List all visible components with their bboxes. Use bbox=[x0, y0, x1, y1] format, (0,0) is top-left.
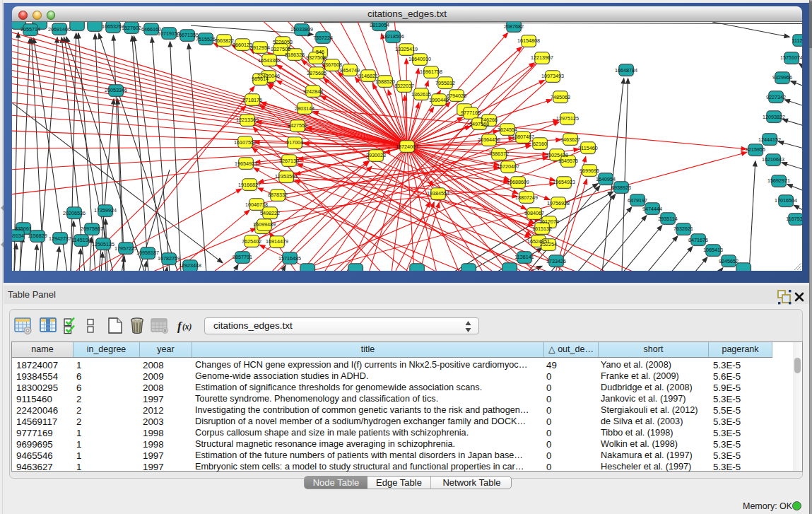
svg-text:16648784: 16648784 bbox=[615, 67, 637, 74]
svg-text:3624554: 3624554 bbox=[498, 127, 517, 133]
svg-text:17359924: 17359924 bbox=[94, 207, 117, 214]
svg-text:19654923: 19654923 bbox=[553, 179, 575, 185]
svg-text:746266: 746266 bbox=[481, 117, 498, 123]
svg-text:15751074: 15751074 bbox=[780, 54, 802, 61]
svg-text:12213369: 12213369 bbox=[236, 117, 259, 123]
svg-text:16961758: 16961758 bbox=[420, 69, 442, 75]
svg-text:3267130: 3267130 bbox=[279, 158, 299, 164]
svg-text:16099489: 16099489 bbox=[253, 221, 276, 228]
svg-text:16782759: 16782759 bbox=[158, 255, 180, 262]
svg-text:9245652: 9245652 bbox=[719, 258, 739, 264]
svg-text:16543362: 16543362 bbox=[258, 57, 281, 64]
svg-text:18807249: 18807249 bbox=[515, 194, 538, 201]
svg-text:12213967: 12213967 bbox=[531, 54, 553, 61]
svg-text:16210643: 16210643 bbox=[762, 156, 784, 163]
svg-text:1167533: 1167533 bbox=[786, 216, 802, 222]
svg-text:10807487: 10807487 bbox=[512, 134, 534, 140]
svg-text:9327508: 9327508 bbox=[306, 54, 326, 61]
svg-text:9115460: 9115460 bbox=[578, 145, 597, 151]
svg-text:12444152: 12444152 bbox=[758, 136, 781, 143]
svg-text:12093822: 12093822 bbox=[763, 114, 785, 120]
svg-text:15720407: 15720407 bbox=[497, 163, 519, 170]
svg-text:7485063: 7485063 bbox=[551, 94, 570, 100]
svg-text:252254: 252254 bbox=[540, 241, 557, 247]
svg-text:6479197: 6479197 bbox=[628, 197, 647, 204]
svg-text:9699695: 9699695 bbox=[579, 168, 599, 174]
svg-text:9227342: 9227342 bbox=[766, 94, 786, 100]
svg-text:10958187: 10958187 bbox=[136, 250, 159, 256]
svg-text:12923448: 12923448 bbox=[179, 262, 201, 269]
svg-text:5226053: 5226053 bbox=[273, 39, 293, 45]
svg-text:18724007: 18724007 bbox=[396, 144, 418, 150]
svg-text:12975125: 12975125 bbox=[556, 115, 579, 122]
svg-text:5498222: 5498222 bbox=[260, 210, 280, 216]
svg-text:8912954: 8912954 bbox=[250, 45, 270, 51]
svg-text:12353594: 12353594 bbox=[275, 173, 298, 180]
svg-text:7625402: 7625402 bbox=[242, 238, 261, 245]
svg-text:19166827: 19166827 bbox=[238, 182, 261, 188]
svg-text:7357224: 7357224 bbox=[313, 35, 333, 41]
svg-text:10046738: 10046738 bbox=[245, 201, 268, 208]
svg-text:20691406: 20691406 bbox=[48, 26, 71, 33]
svg-text:8427552: 8427552 bbox=[288, 122, 307, 129]
svg-text:1990448: 1990448 bbox=[429, 97, 449, 103]
svg-text:16107552: 16107552 bbox=[234, 139, 257, 146]
svg-text:6794028: 6794028 bbox=[447, 93, 466, 99]
svg-text:7955812: 7955812 bbox=[435, 80, 455, 86]
svg-text:19384554: 19384554 bbox=[427, 190, 449, 197]
svg-text:8215955: 8215955 bbox=[746, 146, 765, 153]
svg-text:917004: 917004 bbox=[286, 139, 303, 146]
svg-text:8878332: 8878332 bbox=[268, 192, 288, 198]
svg-text:1145194: 1145194 bbox=[71, 237, 90, 243]
svg-text:20364456: 20364456 bbox=[478, 136, 500, 143]
svg-text:19218506: 19218506 bbox=[382, 33, 404, 40]
svg-text:2055714: 2055714 bbox=[20, 26, 40, 33]
svg-text:7632621: 7632621 bbox=[673, 226, 693, 232]
svg-text:2930023: 2930023 bbox=[366, 152, 386, 158]
svg-text:9329966: 9329966 bbox=[772, 74, 792, 81]
svg-text:1065413: 1065413 bbox=[703, 247, 723, 253]
svg-text:2367608: 2367608 bbox=[322, 62, 342, 68]
svg-text:15716485: 15716485 bbox=[278, 255, 301, 262]
svg-text:8660123: 8660123 bbox=[233, 42, 252, 48]
svg-text:1156829: 1156829 bbox=[28, 233, 47, 239]
svg-text:1549575: 1549575 bbox=[558, 158, 578, 164]
svg-text:12505135: 12505135 bbox=[92, 241, 114, 247]
svg-text:7663822: 7663822 bbox=[214, 37, 234, 44]
svg-text:8471676: 8471676 bbox=[688, 237, 708, 243]
svg-text:7515526: 7515526 bbox=[196, 36, 216, 42]
svg-text:16914479: 16914479 bbox=[266, 238, 288, 245]
svg-text:18640910: 18640910 bbox=[408, 56, 431, 62]
svg-text:1362615: 1362615 bbox=[411, 91, 431, 98]
svg-text:17016504: 17016504 bbox=[775, 197, 797, 204]
svg-text:16033809: 16033809 bbox=[290, 26, 313, 33]
svg-text:9084067: 9084067 bbox=[524, 210, 544, 216]
svg-text:62160: 62160 bbox=[533, 141, 547, 147]
svg-text:1136141: 1136141 bbox=[514, 254, 534, 260]
svg-text:1612074: 1612074 bbox=[539, 218, 559, 225]
svg-text:20206536: 20206536 bbox=[63, 210, 86, 216]
svg-text:3875685: 3875685 bbox=[307, 70, 326, 76]
svg-text:9857791: 9857791 bbox=[233, 254, 252, 260]
svg-text:15692971: 15692971 bbox=[767, 177, 790, 184]
svg-text:2935114: 2935114 bbox=[658, 216, 677, 222]
svg-text:111227: 111227 bbox=[792, 37, 802, 44]
svg-text:12942737: 12942737 bbox=[49, 235, 71, 242]
svg-text:39154: 39154 bbox=[12, 233, 24, 239]
svg-text:20053346: 20053346 bbox=[105, 87, 127, 93]
svg-text:19654923: 19654923 bbox=[235, 160, 257, 167]
svg-text:8938923: 8938923 bbox=[611, 185, 631, 191]
svg-text:17957225: 17957225 bbox=[114, 245, 137, 252]
svg-text:20975867: 20975867 bbox=[81, 226, 103, 232]
svg-text:989614: 989614 bbox=[252, 76, 269, 82]
svg-text:9474444: 9474444 bbox=[642, 206, 662, 212]
svg-text:9777169: 9777169 bbox=[461, 110, 481, 116]
svg-text:835061: 835061 bbox=[15, 226, 32, 232]
svg-text:10973493: 10973493 bbox=[541, 73, 564, 79]
svg-text:1733426: 1733426 bbox=[546, 258, 566, 264]
svg-text:10688609: 10688609 bbox=[507, 179, 529, 185]
svg-text:13325419: 13325419 bbox=[395, 46, 418, 52]
svg-text:8813054: 8813054 bbox=[370, 22, 389, 28]
svg-text:7386372: 7386372 bbox=[489, 151, 509, 157]
svg-text:19756928: 19756928 bbox=[547, 200, 570, 206]
